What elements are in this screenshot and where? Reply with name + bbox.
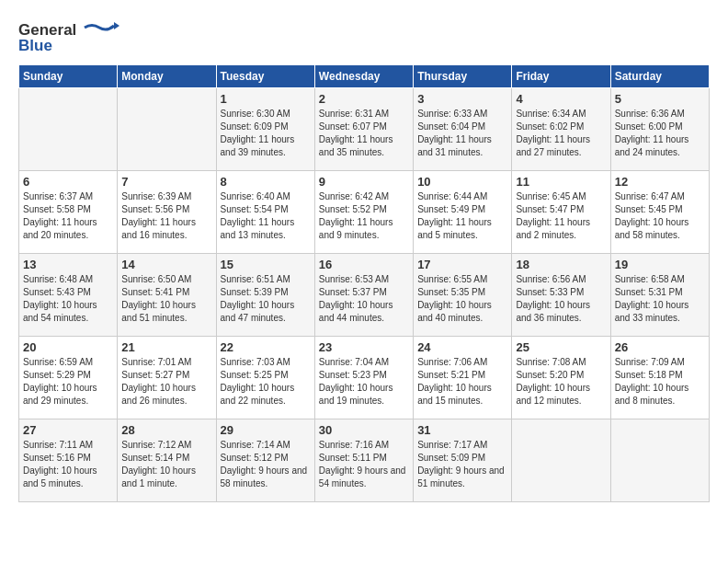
day-number: 24 — [417, 340, 507, 354]
day-info: Sunrise: 6:53 AM Sunset: 5:37 PM Dayligh… — [319, 273, 409, 325]
calendar-cell: 8Sunrise: 6:40 AM Sunset: 5:54 PM Daylig… — [216, 171, 314, 254]
calendar-cell: 28Sunrise: 7:12 AM Sunset: 5:14 PM Dayli… — [118, 419, 216, 502]
day-number: 9 — [319, 175, 409, 189]
day-number: 21 — [121, 340, 211, 354]
calendar-cell: 9Sunrise: 6:42 AM Sunset: 5:52 PM Daylig… — [314, 171, 413, 254]
weekday-header-sunday: Sunday — [19, 65, 118, 88]
weekday-header-monday: Monday — [118, 65, 216, 88]
day-number: 10 — [417, 175, 507, 189]
calendar-cell: 29Sunrise: 7:14 AM Sunset: 5:12 PM Dayli… — [216, 419, 314, 502]
calendar-cell: 24Sunrise: 7:06 AM Sunset: 5:21 PM Dayli… — [414, 337, 512, 419]
day-number: 6 — [23, 175, 113, 189]
day-info: Sunrise: 7:06 AM Sunset: 5:21 PM Dayligh… — [417, 356, 507, 408]
day-number: 4 — [516, 92, 606, 106]
day-number: 16 — [319, 258, 409, 271]
day-info: Sunrise: 7:16 AM Sunset: 5:11 PM Dayligh… — [319, 439, 409, 490]
calendar-cell: 3Sunrise: 6:33 AM Sunset: 6:04 PM Daylig… — [414, 88, 512, 171]
day-number: 28 — [121, 423, 211, 437]
day-number: 20 — [23, 340, 113, 354]
calendar-cell: 16Sunrise: 6:53 AM Sunset: 5:37 PM Dayli… — [314, 254, 413, 337]
day-info: Sunrise: 7:14 AM Sunset: 5:12 PM Dayligh… — [221, 439, 311, 490]
calendar-week-row: 20Sunrise: 6:59 AM Sunset: 5:29 PM Dayli… — [19, 337, 710, 419]
day-number: 5 — [615, 92, 705, 106]
svg-text:Blue: Blue — [18, 37, 52, 54]
day-number: 11 — [516, 175, 606, 189]
weekday-header-thursday: Thursday — [414, 65, 512, 88]
day-number: 22 — [221, 340, 311, 354]
logo: General Blue — [18, 18, 119, 55]
day-info: Sunrise: 6:39 AM Sunset: 5:56 PM Dayligh… — [121, 190, 211, 242]
calendar-cell — [118, 88, 216, 171]
day-number: 19 — [615, 258, 705, 271]
weekday-header-wednesday: Wednesday — [314, 65, 413, 88]
day-number: 26 — [615, 340, 705, 354]
day-info: Sunrise: 6:34 AM Sunset: 6:02 PM Dayligh… — [516, 108, 606, 159]
calendar-cell: 31Sunrise: 7:17 AM Sunset: 5:09 PM Dayli… — [414, 419, 512, 502]
day-info: Sunrise: 6:42 AM Sunset: 5:52 PM Dayligh… — [319, 190, 409, 242]
day-info: Sunrise: 6:36 AM Sunset: 6:00 PM Dayligh… — [615, 108, 705, 159]
calendar-cell: 14Sunrise: 6:50 AM Sunset: 5:41 PM Dayli… — [118, 254, 216, 337]
day-number: 31 — [417, 423, 507, 437]
calendar-cell: 11Sunrise: 6:45 AM Sunset: 5:47 PM Dayli… — [512, 171, 610, 254]
day-number: 30 — [319, 423, 409, 437]
day-number: 13 — [23, 258, 113, 271]
day-number: 7 — [121, 175, 211, 189]
day-info: Sunrise: 6:56 AM Sunset: 5:33 PM Dayligh… — [516, 273, 606, 325]
calendar-cell: 26Sunrise: 7:09 AM Sunset: 5:18 PM Dayli… — [610, 337, 709, 419]
weekday-header-row: SundayMondayTuesdayWednesdayThursdayFrid… — [19, 65, 710, 88]
calendar-week-row: 6Sunrise: 6:37 AM Sunset: 5:58 PM Daylig… — [19, 171, 710, 254]
day-info: Sunrise: 6:44 AM Sunset: 5:49 PM Dayligh… — [417, 190, 507, 242]
day-info: Sunrise: 7:04 AM Sunset: 5:23 PM Dayligh… — [319, 356, 409, 408]
calendar-cell — [19, 88, 118, 171]
calendar-cell: 30Sunrise: 7:16 AM Sunset: 5:11 PM Dayli… — [314, 419, 413, 502]
calendar-cell: 13Sunrise: 6:48 AM Sunset: 5:43 PM Dayli… — [19, 254, 118, 337]
day-number: 12 — [615, 175, 705, 189]
day-info: Sunrise: 6:58 AM Sunset: 5:31 PM Dayligh… — [615, 273, 705, 325]
calendar-week-row: 27Sunrise: 7:11 AM Sunset: 5:16 PM Dayli… — [19, 419, 710, 502]
day-number: 14 — [121, 258, 211, 271]
calendar-cell: 22Sunrise: 7:03 AM Sunset: 5:25 PM Dayli… — [216, 337, 314, 419]
calendar-cell: 1Sunrise: 6:30 AM Sunset: 6:09 PM Daylig… — [216, 88, 314, 171]
day-info: Sunrise: 6:45 AM Sunset: 5:47 PM Dayligh… — [516, 190, 606, 242]
calendar-week-row: 1Sunrise: 6:30 AM Sunset: 6:09 PM Daylig… — [19, 88, 710, 171]
day-info: Sunrise: 7:09 AM Sunset: 5:18 PM Dayligh… — [615, 356, 705, 408]
day-info: Sunrise: 6:40 AM Sunset: 5:54 PM Dayligh… — [221, 190, 311, 242]
day-number: 1 — [221, 92, 311, 106]
header: General Blue — [18, 18, 710, 55]
calendar-cell: 12Sunrise: 6:47 AM Sunset: 5:45 PM Dayli… — [610, 171, 709, 254]
day-info: Sunrise: 7:08 AM Sunset: 5:20 PM Dayligh… — [516, 356, 606, 408]
day-info: Sunrise: 6:31 AM Sunset: 6:07 PM Dayligh… — [319, 108, 409, 159]
day-info: Sunrise: 6:50 AM Sunset: 5:41 PM Dayligh… — [121, 273, 211, 325]
logo-icon: General Blue — [18, 18, 119, 55]
calendar-cell: 18Sunrise: 6:56 AM Sunset: 5:33 PM Dayli… — [512, 254, 610, 337]
day-info: Sunrise: 6:48 AM Sunset: 5:43 PM Dayligh… — [23, 273, 113, 325]
calendar-table: SundayMondayTuesdayWednesdayThursdayFrid… — [18, 64, 710, 502]
calendar-cell: 15Sunrise: 6:51 AM Sunset: 5:39 PM Dayli… — [216, 254, 314, 337]
calendar-cell: 19Sunrise: 6:58 AM Sunset: 5:31 PM Dayli… — [610, 254, 709, 337]
day-info: Sunrise: 7:01 AM Sunset: 5:27 PM Dayligh… — [121, 356, 211, 408]
day-info: Sunrise: 6:51 AM Sunset: 5:39 PM Dayligh… — [221, 273, 311, 325]
weekday-header-saturday: Saturday — [610, 65, 709, 88]
calendar-week-row: 13Sunrise: 6:48 AM Sunset: 5:43 PM Dayli… — [19, 254, 710, 337]
calendar-cell: 27Sunrise: 7:11 AM Sunset: 5:16 PM Dayli… — [19, 419, 118, 502]
day-info: Sunrise: 7:03 AM Sunset: 5:25 PM Dayligh… — [221, 356, 311, 408]
day-info: Sunrise: 6:30 AM Sunset: 6:09 PM Dayligh… — [221, 108, 311, 159]
calendar-cell: 5Sunrise: 6:36 AM Sunset: 6:00 PM Daylig… — [610, 88, 709, 171]
day-number: 2 — [319, 92, 409, 106]
calendar-cell — [512, 419, 610, 502]
calendar-cell: 23Sunrise: 7:04 AM Sunset: 5:23 PM Dayli… — [314, 337, 413, 419]
calendar-cell: 20Sunrise: 6:59 AM Sunset: 5:29 PM Dayli… — [19, 337, 118, 419]
calendar-cell — [610, 419, 709, 502]
day-info: Sunrise: 6:33 AM Sunset: 6:04 PM Dayligh… — [417, 108, 507, 159]
weekday-header-friday: Friday — [512, 65, 610, 88]
calendar-cell: 10Sunrise: 6:44 AM Sunset: 5:49 PM Dayli… — [414, 171, 512, 254]
day-info: Sunrise: 6:37 AM Sunset: 5:58 PM Dayligh… — [23, 190, 113, 242]
calendar-cell: 4Sunrise: 6:34 AM Sunset: 6:02 PM Daylig… — [512, 88, 610, 171]
calendar-cell: 17Sunrise: 6:55 AM Sunset: 5:35 PM Dayli… — [414, 254, 512, 337]
svg-marker-2 — [114, 22, 119, 29]
day-number: 3 — [417, 92, 507, 106]
day-info: Sunrise: 7:17 AM Sunset: 5:09 PM Dayligh… — [417, 439, 507, 490]
day-info: Sunrise: 6:47 AM Sunset: 5:45 PM Dayligh… — [615, 190, 705, 242]
day-number: 18 — [516, 258, 606, 271]
day-info: Sunrise: 7:11 AM Sunset: 5:16 PM Dayligh… — [23, 439, 113, 490]
